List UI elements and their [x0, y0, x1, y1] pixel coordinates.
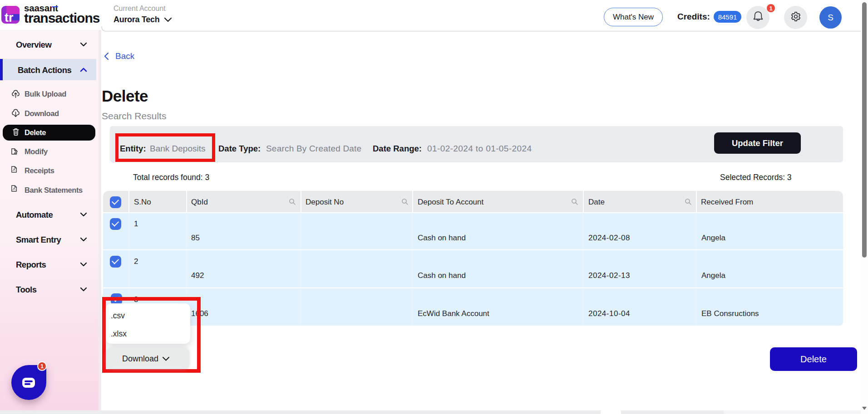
- svg-text:tr: tr: [5, 11, 14, 24]
